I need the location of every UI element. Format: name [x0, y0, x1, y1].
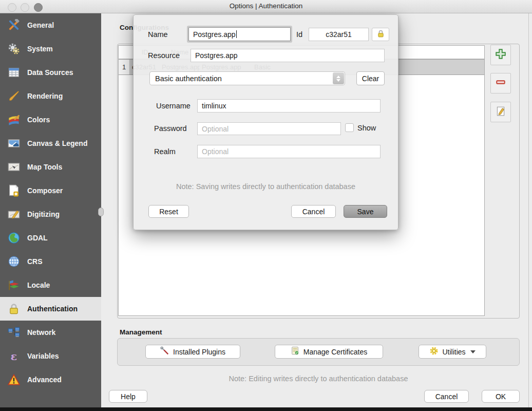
sidebar-item-label: GDAL — [27, 234, 48, 242]
installed-plugins-button[interactable]: Installed Plugins — [145, 345, 240, 359]
username-input[interactable]: timlinux — [197, 99, 381, 113]
id-label: Id — [296, 30, 302, 39]
manage-certificates-button[interactable]: Manage Certificates — [275, 345, 383, 359]
window-title: Options | Authentication — [0, 2, 532, 10]
wrench-icon — [160, 346, 169, 357]
cancel-label: Cancel — [435, 393, 458, 401]
ok-button[interactable]: OK — [482, 390, 520, 403]
brush-icon — [7, 89, 21, 103]
id-value: c32ar51 — [326, 30, 352, 39]
name-label: Name — [148, 30, 168, 39]
clear-label: Clear — [362, 74, 379, 83]
name-value: Postgres.app — [193, 30, 236, 39]
id-lock-button[interactable] — [372, 28, 389, 41]
utilities-button[interactable]: Utilities — [419, 345, 486, 359]
canvas-icon — [7, 137, 21, 150]
sidebar-splitter-handle[interactable] — [98, 208, 104, 216]
epsilon-icon: ε — [7, 349, 21, 363]
remove-configuration-button[interactable] — [490, 73, 511, 94]
network-icon — [7, 326, 21, 339]
username-value: timlinux — [202, 102, 226, 110]
sidebar-item-data-sources[interactable]: Data Sources — [0, 61, 101, 84]
sidebar-item-label: System — [27, 45, 53, 53]
installed-plugins-label: Installed Plugins — [173, 348, 225, 356]
sidebar-item-canvas-legend[interactable]: Canvas & Legend — [0, 132, 101, 155]
sidebar-item-network[interactable]: Network — [0, 321, 101, 344]
minus-icon — [495, 77, 506, 90]
help-label: Help — [121, 393, 136, 401]
sidebar-item-label: Variables — [27, 352, 59, 360]
realm-input[interactable]: Optional — [197, 145, 381, 158]
panel-divider — [528, 13, 529, 408]
sidebar-item-gdal[interactable]: GDAL — [0, 226, 101, 250]
sidebar-item-label: Composer — [27, 186, 63, 195]
gear-icon — [429, 346, 439, 357]
add-configuration-button[interactable] — [490, 45, 511, 65]
dialog-cancel-button[interactable]: Cancel — [291, 205, 336, 218]
sidebar-item-label: Data Sources — [27, 68, 73, 77]
sidebar-item-label: Locale — [27, 281, 50, 289]
text-caret — [236, 30, 237, 38]
reset-label: Reset — [159, 208, 178, 216]
cancel-button[interactable]: Cancel — [424, 390, 469, 403]
name-input[interactable]: Postgres.app — [188, 27, 291, 41]
show-password-checkbox[interactable] — [345, 123, 354, 132]
edit-configuration-button[interactable] — [490, 102, 511, 122]
sidebar-item-label: General — [27, 21, 54, 29]
sidebar-item-authentication[interactable]: Authentication — [0, 297, 101, 321]
sidebar-item-label: Network — [27, 328, 55, 337]
sidebar-item-variables[interactable]: ε Variables — [0, 344, 101, 368]
sidebar-item-map-tools[interactable]: Map Tools — [0, 155, 101, 179]
chevron-down-icon — [470, 350, 476, 353]
realm-label: Realm — [154, 147, 176, 156]
row-number-cell: 1 — [119, 60, 130, 74]
username-label: Username — [156, 102, 191, 110]
sidebar-item-colors[interactable]: Colors — [0, 108, 101, 132]
editing-note: Note: Editing writes directly to authent… — [117, 375, 520, 383]
save-button[interactable]: Save — [344, 205, 387, 218]
table-icon — [7, 66, 21, 79]
sidebar-item-general[interactable]: General — [0, 13, 101, 37]
password-placeholder: Optional — [202, 125, 229, 133]
sidebar-item-system[interactable]: System — [0, 37, 101, 61]
globe-grid-icon — [7, 255, 21, 268]
sidebar-item-label: Canvas & Legend — [27, 139, 87, 147]
help-button[interactable]: Help — [109, 390, 147, 403]
sidebar-item-advanced[interactable]: Advanced — [0, 368, 101, 391]
map-cursor-icon — [7, 160, 21, 174]
save-label: Save — [357, 208, 374, 216]
lock-icon — [376, 29, 385, 40]
resource-input[interactable]: Postgres.app — [191, 49, 385, 62]
gears-icon — [7, 42, 21, 55]
sidebar-item-label: Advanced — [27, 376, 62, 384]
dialog-cancel-label: Cancel — [302, 208, 325, 216]
clear-button[interactable]: Clear — [356, 71, 385, 85]
sidebar-item-composer[interactable]: Composer — [0, 179, 101, 202]
saving-note: Note: Saving writes directly to authenti… — [134, 182, 398, 191]
resource-label: Resource — [148, 51, 180, 60]
manage-certificates-label: Manage Certificates — [303, 348, 368, 356]
sidebar-item-digitizing[interactable]: Digitizing — [0, 202, 101, 226]
palette-icon — [7, 113, 21, 126]
title-bar: Options | Authentication — [0, 0, 532, 13]
screen-bottom-edge — [0, 407, 532, 411]
sidebar-item-label: Colors — [27, 116, 50, 124]
reset-button[interactable]: Reset — [148, 205, 189, 218]
show-label: Show — [357, 124, 376, 132]
sidebar-item-label: Authentication — [27, 305, 78, 313]
id-field: c32ar51 — [309, 28, 369, 41]
sidebar-item-crs[interactable]: CRS — [0, 250, 101, 273]
password-label: Password — [154, 124, 187, 133]
sidebar-item-locale[interactable]: Locale — [0, 273, 101, 297]
plus-icon — [495, 48, 506, 62]
sidebar-item-rendering[interactable]: Rendering — [0, 84, 101, 108]
certificate-icon — [291, 346, 300, 357]
realm-placeholder: Optional — [202, 147, 229, 156]
password-input[interactable]: Optional — [197, 122, 341, 135]
auth-method-select[interactable]: Basic authentication — [149, 71, 345, 85]
sidebar-item-label: CRS — [27, 257, 43, 266]
sidebar-item-label: Rendering — [27, 92, 63, 100]
tools-icon — [7, 18, 21, 32]
lock-icon — [7, 302, 21, 315]
options-sidebar: General System Data Sources Rendering Co… — [0, 13, 101, 411]
